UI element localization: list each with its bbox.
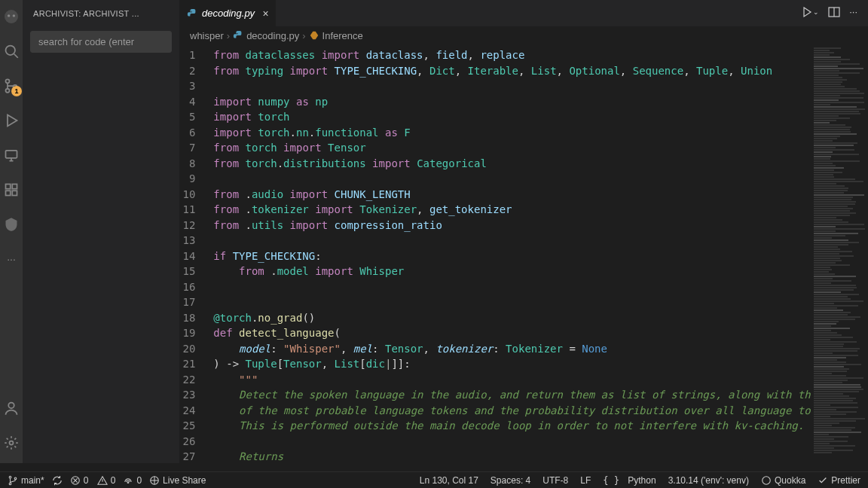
- code-editor[interactable]: 1234567891011121314151617181920212223242…: [179, 44, 868, 463]
- git-branch-status[interactable]: main*: [8, 475, 44, 486]
- breadcrumb-segment[interactable]: decoding.py: [246, 30, 299, 41]
- svg-rect-8: [12, 185, 17, 189]
- svg-point-16: [14, 477, 17, 480]
- eol-status[interactable]: LF: [580, 475, 591, 486]
- tab-label: decoding.py: [202, 8, 255, 19]
- quokka-status[interactable]: Quokka: [761, 475, 805, 486]
- svg-point-15: [9, 483, 11, 485]
- python-file-icon: [233, 30, 243, 41]
- svg-rect-9: [6, 191, 11, 195]
- notification-badge: 1: [11, 86, 22, 96]
- svg-rect-10: [12, 191, 17, 195]
- python-file-icon: [187, 8, 197, 19]
- svg-point-12: [10, 441, 14, 445]
- code-content[interactable]: from dataclasses import dataclass, field…: [206, 44, 810, 463]
- svg-point-11: [8, 403, 14, 409]
- breadcrumb[interactable]: whisper › decoding.py › Inference: [179, 26, 868, 44]
- chevron-right-icon: ›: [227, 30, 230, 41]
- activity-bar: 1 ···: [0, 0, 23, 463]
- encoding-status[interactable]: UTF-8: [542, 475, 568, 486]
- status-bar: main* 0 0 0 Live Share Ln 130, Col 17 Sp…: [0, 471, 868, 488]
- svg-point-3: [6, 79, 10, 83]
- search-icon[interactable]: [2, 42, 20, 60]
- problems-status[interactable]: 0 0: [70, 475, 116, 486]
- symbol-class-icon: [309, 30, 319, 41]
- run-debug-icon[interactable]: [2, 111, 20, 130]
- svg-rect-6: [6, 151, 17, 158]
- tab-bar: decoding.py × ⌄ ···: [179, 0, 868, 26]
- split-editor-icon[interactable]: [828, 6, 840, 20]
- svg-point-18: [128, 481, 130, 483]
- remote-explorer-icon[interactable]: [2, 146, 20, 164]
- prettier-status[interactable]: Prettier: [818, 475, 860, 486]
- svg-point-14: [9, 476, 11, 478]
- python-interpreter-status[interactable]: 3.10.14 ('env': venv): [668, 475, 749, 486]
- sync-status[interactable]: [52, 475, 63, 486]
- close-tab-icon[interactable]: ×: [262, 8, 268, 20]
- source-control-icon[interactable]: 1: [2, 77, 20, 95]
- svg-point-20: [763, 476, 771, 484]
- copilot-icon[interactable]: [2, 8, 20, 26]
- settings-gear-icon[interactable]: [2, 434, 20, 452]
- tab-decoding-py[interactable]: decoding.py ×: [179, 0, 277, 26]
- run-file-icon[interactable]: ⌄: [801, 6, 819, 20]
- sidebar-title: ARCHIVIST: ARCHIVIST ...: [23, 0, 179, 26]
- ports-status[interactable]: 0: [123, 475, 142, 486]
- archivist-icon[interactable]: [2, 215, 20, 233]
- more-actions-icon[interactable]: ···: [849, 6, 857, 20]
- cursor-position-status[interactable]: Ln 130, Col 17: [420, 475, 478, 486]
- minimap[interactable]: [811, 44, 868, 463]
- live-share-status[interactable]: Live Share: [149, 475, 206, 486]
- svg-point-1: [13, 14, 15, 17]
- more-icon[interactable]: ···: [2, 250, 20, 268]
- editor-actions: ⌄ ···: [801, 6, 868, 20]
- breadcrumb-segment[interactable]: whisper: [190, 30, 224, 41]
- accounts-icon[interactable]: [2, 399, 20, 417]
- editor-area: decoding.py × ⌄ ··· whisper › decoding.p…: [179, 0, 868, 463]
- svg-point-2: [6, 46, 16, 56]
- line-number-gutter: 1234567891011121314151617181920212223242…: [179, 44, 206, 463]
- svg-point-4: [6, 89, 10, 93]
- breadcrumb-segment[interactable]: Inference: [322, 30, 363, 41]
- svg-rect-7: [6, 185, 11, 189]
- sidebar-panel: ARCHIVIST: ARCHIVIST ... search for code…: [23, 0, 179, 463]
- extensions-icon[interactable]: [2, 181, 20, 199]
- code-search-input[interactable]: search for code (enter: [30, 31, 172, 53]
- chevron-right-icon: ›: [302, 30, 305, 41]
- indentation-status[interactable]: Spaces: 4: [491, 475, 530, 486]
- language-mode-status[interactable]: { } Python: [603, 475, 656, 486]
- svg-point-0: [8, 14, 10, 17]
